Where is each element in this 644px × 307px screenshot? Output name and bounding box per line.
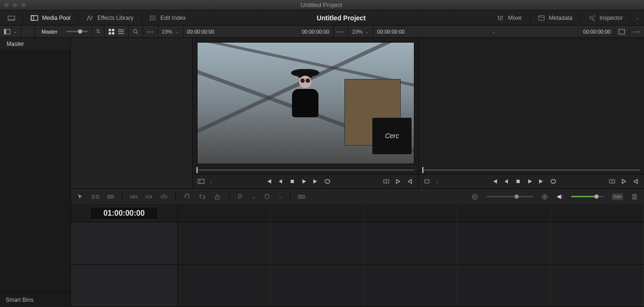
chevron-down-icon[interactable]: ⌄ <box>175 29 179 34</box>
go-to-end-icon[interactable] <box>538 178 545 184</box>
zoom-out-icon[interactable] <box>471 193 479 200</box>
timeline-view-icon[interactable] <box>298 193 305 200</box>
mark-in-icon[interactable] <box>620 178 627 184</box>
play-icon[interactable] <box>301 178 308 184</box>
source-viewer: Cerc ⌄ <box>193 38 419 188</box>
svg-point-11 <box>150 19 151 20</box>
source-more-icon[interactable]: ••• <box>337 29 344 35</box>
thumbnail-size-slider[interactable] <box>66 31 88 32</box>
replace-clip-icon[interactable] <box>160 193 168 200</box>
edit-index-button[interactable]: Edit Index <box>142 10 193 25</box>
track-header[interactable] <box>71 222 178 264</box>
program-in-timecode[interactable]: 00:00:00:00 <box>377 29 404 35</box>
sidebar-toggle-icon[interactable] <box>4 29 10 35</box>
minimize-icon[interactable] <box>12 2 17 8</box>
window-controls[interactable] <box>4 2 26 8</box>
match-frame-icon[interactable] <box>383 178 390 184</box>
link-icon[interactable] <box>198 193 206 200</box>
chevron-down-icon[interactable]: ⌄ <box>209 179 213 184</box>
dim-button[interactable]: DIM <box>612 193 624 200</box>
mark-out-icon[interactable] <box>632 178 639 184</box>
close-icon[interactable] <box>4 2 9 8</box>
program-frame[interactable] <box>419 38 644 167</box>
video-track-row[interactable] <box>71 222 644 265</box>
inspector-button[interactable]: Inspector <box>581 10 630 25</box>
source-frame[interactable]: Cerc <box>193 38 418 167</box>
search-icon[interactable] <box>132 29 139 35</box>
viewer-mode-icon[interactable] <box>197 178 205 184</box>
bin-name-label: Master <box>39 29 60 35</box>
zoom-in-icon[interactable] <box>541 193 549 200</box>
step-back-icon[interactable] <box>277 178 284 184</box>
maximize-icon[interactable] <box>21 2 26 8</box>
media-pool-button[interactable]: Media Pool <box>23 10 78 25</box>
smart-bins-label[interactable]: Smart Bins <box>0 292 70 307</box>
grid-view-icon[interactable] <box>108 29 115 35</box>
chevron-down-icon[interactable]: ⌄ <box>252 194 256 199</box>
timeline-timecode[interactable]: 01:00:00:00 <box>90 207 158 220</box>
list-view-icon[interactable] <box>118 29 124 35</box>
mark-out-icon[interactable] <box>406 178 413 184</box>
loop-icon[interactable] <box>324 178 331 184</box>
program-out-timecode[interactable]: 00:00:00:00 <box>583 29 610 35</box>
snap-icon[interactable] <box>183 193 191 200</box>
sort-icon[interactable]: ⇅ <box>96 28 100 35</box>
chevron-down-icon[interactable]: ⌄ <box>278 194 282 199</box>
stop-icon[interactable] <box>289 178 296 184</box>
source-out-timecode[interactable]: 00:00:00:00 <box>302 29 329 35</box>
mixer-button[interactable]: Mixer <box>489 10 529 25</box>
svg-rect-39 <box>516 180 520 183</box>
blade-tool-icon[interactable] <box>107 193 114 200</box>
safe-area-icon[interactable] <box>618 29 625 35</box>
expand-toggle-button[interactable]: ⌄ <box>631 10 644 25</box>
loop-icon[interactable] <box>550 178 557 184</box>
source-zoom-value[interactable]: 23% <box>162 29 172 35</box>
media-pool-panel[interactable] <box>71 38 193 188</box>
timeline-ruler[interactable] <box>178 204 644 222</box>
volume-icon[interactable] <box>556 193 564 200</box>
audio-track-row[interactable] <box>71 265 644 307</box>
insert-clip-icon[interactable] <box>130 193 137 200</box>
more-menu-icon[interactable]: ••• <box>147 29 154 35</box>
flag-icon[interactable] <box>237 193 244 200</box>
sidebar-item-master[interactable]: Master <box>0 38 70 50</box>
svg-rect-35 <box>291 180 294 183</box>
play-icon[interactable] <box>526 178 533 184</box>
preview-banner-text: Cerc <box>372 118 411 154</box>
marker-icon[interactable] <box>263 193 271 200</box>
transform-icon[interactable] <box>423 178 430 184</box>
chevron-down-icon[interactable]: ⌄ <box>13 29 17 34</box>
chevron-down-icon[interactable]: ⌄ <box>365 29 369 34</box>
workspace-layout-button[interactable] <box>0 10 23 25</box>
source-in-timecode[interactable]: 00:00:00:00 <box>187 29 215 35</box>
program-more-icon[interactable]: ••• <box>633 29 640 35</box>
overwrite-clip-icon[interactable] <box>145 193 153 200</box>
source-scrubber[interactable] <box>193 167 418 174</box>
program-scrubber[interactable] <box>419 167 644 174</box>
metadata-button[interactable]: Metadata <box>530 10 580 25</box>
trim-tool-icon[interactable] <box>92 193 99 200</box>
timeline-zoom-slider[interactable] <box>486 196 533 197</box>
chevron-down-icon[interactable]: ⌄ <box>435 179 439 184</box>
svg-line-20 <box>592 18 594 21</box>
go-to-start-icon[interactable] <box>491 178 498 184</box>
match-frame-icon[interactable] <box>609 178 616 184</box>
nav-forward-icon[interactable]: › <box>29 29 31 34</box>
volume-slider[interactable] <box>571 196 604 197</box>
go-to-end-icon[interactable] <box>312 178 319 184</box>
meters-icon[interactable] <box>631 193 638 200</box>
chevron-down-icon[interactable]: ⌄ <box>492 29 496 34</box>
timeline-tracks[interactable] <box>71 222 644 307</box>
stop-icon[interactable] <box>515 178 522 184</box>
go-to-start-icon[interactable] <box>265 178 272 184</box>
program-zoom-value[interactable]: 23% <box>352 29 362 35</box>
nav-back-icon[interactable]: ‹ <box>25 29 26 34</box>
video-preview-thumbnail: Cerc <box>197 42 414 165</box>
step-back-icon[interactable] <box>503 178 510 184</box>
mark-in-icon[interactable] <box>395 178 402 184</box>
track-header[interactable] <box>71 265 178 307</box>
selection-tool-icon[interactable] <box>77 193 84 200</box>
svg-rect-23 <box>109 29 111 31</box>
effects-library-button[interactable]: Effects Library <box>78 10 141 25</box>
lock-icon[interactable] <box>214 193 221 200</box>
